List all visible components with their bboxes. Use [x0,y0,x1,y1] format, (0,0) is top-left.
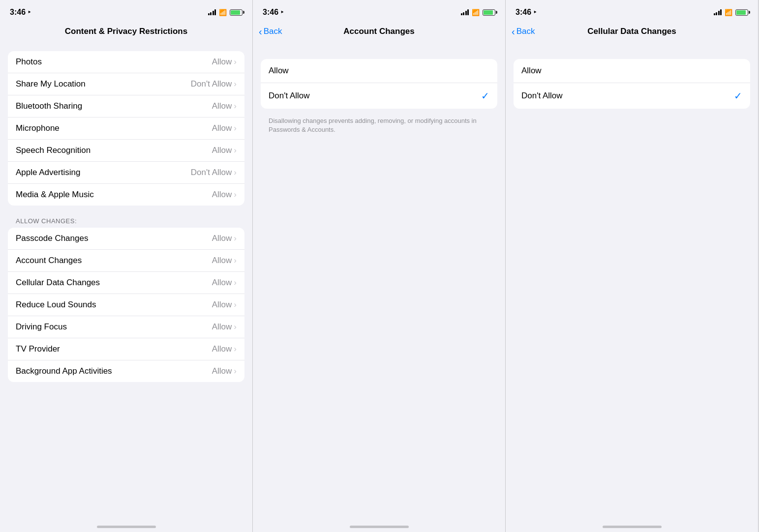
chevron-icon: › [234,146,237,155]
row-photos[interactable]: Photos Allow › [8,51,244,73]
status-icons-3: 📶 [714,9,749,16]
option-dont-allow-3[interactable]: Don't Allow ✓ [514,83,750,109]
chevron-icon: › [234,366,237,376]
option-dont-allow-2[interactable]: Don't Allow ✓ [261,83,497,109]
chevron-icon: › [234,101,237,111]
status-icons-2: 📶 [461,9,496,16]
row-cellular-changes[interactable]: Cellular Data Changes Allow › [8,272,244,294]
row-passcode[interactable]: Passcode Changes Allow › [8,228,244,250]
bottom-group-1: Passcode Changes Allow › Account Changes… [8,228,244,382]
row-share-location[interactable]: Share My Location Don't Allow › [8,73,244,95]
row-microphone[interactable]: Microphone Allow › [8,118,244,140]
status-bar-1: 3:46 ‣ 📶 [0,0,252,22]
status-time-1: 3:46 ‣ [10,8,31,17]
back-button-3[interactable]: ‹ Back [512,27,535,36]
chevron-icon: › [234,234,237,243]
screen-content-privacy: 3:46 ‣ 📶 Content & Privacy Restrictions … [0,0,253,532]
nav-title-1: Content & Privacy Restrictions [65,27,187,36]
chevron-icon: › [234,168,237,177]
chevron-icon: › [234,256,237,266]
signal-icon-1 [208,9,216,15]
home-indicator-3 [506,515,758,532]
status-icons-1: 📶 [208,9,243,16]
wifi-icon-3: 📶 [725,9,732,16]
row-loud-sounds[interactable]: Reduce Loud Sounds Allow › [8,294,244,316]
nav-title-2: Account Changes [343,27,415,36]
option-allow-2[interactable]: Allow [261,59,497,83]
location-arrow-icon-3: ‣ [533,9,537,16]
checkmark-icon-3: ✓ [734,90,742,102]
nav-bar-1: Content & Privacy Restrictions [0,22,252,43]
chevron-icon: › [234,190,237,200]
options-group-2: Allow Don't Allow ✓ [261,59,497,109]
status-bar-2: 3:46 ‣ 📶 [253,0,505,22]
home-indicator-2 [253,515,505,532]
location-arrow-icon-2: ‣ [280,9,284,16]
screen-account-changes: 3:46 ‣ 📶 ‹ Back Account Changes Al [253,0,506,532]
nav-bar-2: ‹ Back Account Changes [253,22,505,43]
options-group-3: Allow Don't Allow ✓ [514,59,750,109]
nav-bar-3: ‹ Back Cellular Data Changes [506,22,758,43]
screen-cellular-changes: 3:46 ‣ 📶 ‹ Back Cellular Data Changes [506,0,759,532]
back-button-2[interactable]: ‹ Back [259,27,282,36]
chevron-icon: › [234,57,237,67]
signal-icon-3 [714,9,722,15]
battery-icon-3 [735,9,748,16]
chevron-icon: › [234,322,237,332]
content-1: Photos Allow › Share My Location Don't A… [0,43,252,515]
status-time-3: 3:46 ‣ [516,8,537,17]
row-background-app[interactable]: Background App Activities Allow › [8,360,244,382]
row-bluetooth[interactable]: Bluetooth Sharing Allow › [8,95,244,118]
row-advertising[interactable]: Apple Advertising Don't Allow › [8,162,244,184]
section-label-allow-changes: ALLOW CHANGES: [8,209,244,228]
row-speech[interactable]: Speech Recognition Allow › [8,140,244,162]
signal-icon-2 [461,9,469,15]
content-3: Allow Don't Allow ✓ [506,43,758,515]
row-account-changes[interactable]: Account Changes Allow › [8,250,244,272]
chevron-icon: › [234,278,237,288]
status-time-2: 3:46 ‣ [263,8,284,17]
chevron-icon: › [234,300,237,310]
home-indicator-1 [0,515,252,532]
chevron-left-icon-3: ‹ [512,27,515,36]
top-group-1: Photos Allow › Share My Location Don't A… [8,51,244,206]
chevron-icon: › [234,123,237,133]
location-arrow-icon: ‣ [28,9,31,16]
nav-title-3: Cellular Data Changes [587,27,676,36]
battery-icon-2 [483,9,495,16]
chevron-icon: › [234,344,237,354]
row-driving-focus[interactable]: Driving Focus Allow › [8,316,244,338]
wifi-icon-1: 📶 [219,9,227,16]
status-bar-3: 3:46 ‣ 📶 [506,0,758,22]
chevron-icon: › [234,79,237,89]
content-2: Allow Don't Allow ✓ Disallowing changes … [253,43,505,515]
wifi-icon-2: 📶 [472,9,480,16]
chevron-left-icon-2: ‹ [259,27,262,36]
footnote-2: Disallowing changes prevents adding, rem… [261,113,497,142]
option-allow-3[interactable]: Allow [514,59,750,83]
row-media[interactable]: Media & Apple Music Allow › [8,184,244,206]
checkmark-icon-2: ✓ [481,90,489,102]
row-tv-provider[interactable]: TV Provider Allow › [8,338,244,360]
battery-icon-1 [230,9,243,16]
